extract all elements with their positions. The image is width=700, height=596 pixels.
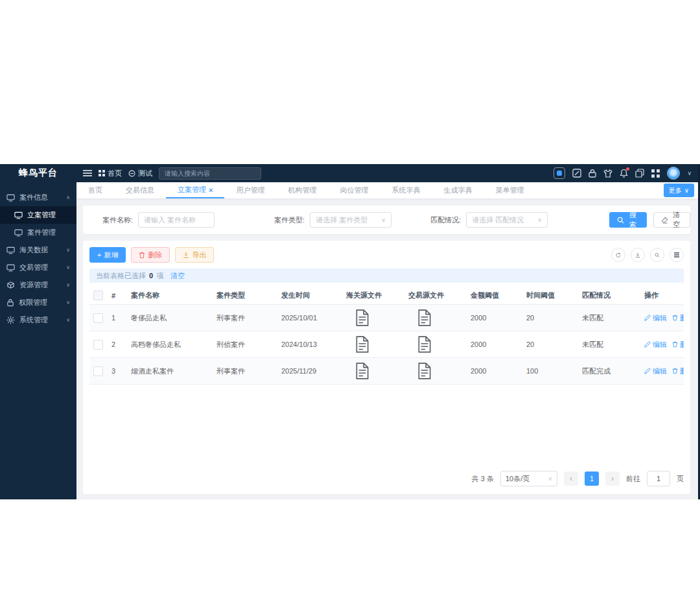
row-checkbox[interactable] [93, 340, 103, 350]
customs-file-icon[interactable] [342, 358, 404, 385]
user-avatar[interactable] [667, 167, 680, 180]
case-name-label: 案件名称: [102, 215, 133, 225]
col-case-type: 案件类型 [213, 287, 277, 305]
tab-user-management[interactable]: 用户管理 [224, 182, 276, 198]
delete-link-label: 删除 [680, 366, 684, 376]
plus-icon: + [97, 251, 101, 259]
sidebar-item-label: 资源管理 [19, 280, 62, 290]
tab-transaction-info[interactable]: 交易信息 [114, 182, 166, 198]
customs-file-icon[interactable] [342, 305, 404, 331]
col-actions: 操作 [640, 287, 684, 305]
export-button[interactable]: 导出 [175, 247, 214, 263]
cell-amount-threshold: 2000 [467, 305, 522, 331]
global-search-input[interactable] [159, 167, 261, 180]
page-number-button[interactable]: 1 [585, 471, 599, 486]
theme-shirt-icon[interactable] [603, 169, 612, 178]
tab-post-management[interactable]: 岗位管理 [328, 182, 380, 198]
clear-button[interactable]: 清空 [653, 212, 690, 228]
box-icon [6, 281, 15, 289]
chevron-down-icon: ∨ [382, 217, 386, 223]
bell-icon[interactable] [620, 169, 628, 178]
sidebar-item-label: 立案管理 [27, 210, 70, 220]
tab-home[interactable]: 首页 [76, 182, 114, 198]
add-button[interactable]: + 新增 [89, 247, 126, 263]
col-amount-threshold: 金额阈值 [467, 287, 522, 305]
lock-icon[interactable] [589, 169, 596, 178]
chevron-down-icon: ∨ [538, 217, 542, 223]
col-match-status: 匹配情况 [578, 287, 640, 305]
cell-match-status: 未匹配 [578, 331, 640, 358]
chevron-down-icon: ∨ [66, 265, 70, 270]
sidebar-item-customs-data[interactable]: 海关数据 ∨ [0, 241, 76, 259]
row-checkbox[interactable] [93, 313, 103, 323]
table-panel: + 新增 删除 导出 [83, 241, 690, 494]
grid-icon [99, 170, 105, 176]
sidebar-item-permission-management[interactable]: 权限管理 ∨ [0, 294, 76, 311]
tab-close-icon[interactable]: × [209, 186, 213, 194]
page-size-select[interactable]: 10条/页 ∨ [500, 471, 557, 486]
select-all-checkbox[interactable] [93, 291, 103, 300]
tab-system-dict[interactable]: 系统字典 [380, 182, 432, 198]
goto-page-input[interactable] [647, 471, 670, 486]
case-type-select[interactable]: 请选择 案件类型 ∨ [310, 212, 391, 228]
sidebar-item-system-management[interactable]: 系统管理 ∨ [0, 311, 76, 329]
search-button[interactable]: 搜索 [609, 212, 646, 228]
clear-button-label: 清空 [671, 210, 682, 230]
screenshot-icon[interactable] [572, 169, 581, 178]
search-toggle-icon[interactable] [650, 248, 664, 262]
match-status-select[interactable]: 请选择 匹配情况 ∨ [466, 212, 548, 228]
edit-link[interactable]: 编辑 [644, 366, 667, 376]
customs-file-icon[interactable] [342, 331, 404, 358]
delete-link[interactable]: 删除 [672, 366, 684, 376]
gear-icon [6, 316, 15, 324]
delete-link[interactable]: 删除 [672, 313, 684, 323]
lock-icon [6, 298, 14, 307]
monitor-icon [14, 211, 23, 219]
tabs-more-button[interactable]: 更多 ∨ [664, 184, 694, 197]
col-transaction-file: 交易源文件 [404, 287, 467, 305]
topmenu-test[interactable]: 测试 [128, 169, 152, 178]
tab-filing-management[interactable]: 立案管理 × [166, 182, 224, 198]
next-page-button[interactable]: › [605, 471, 620, 486]
refresh-icon[interactable] [611, 248, 625, 262]
export-table-icon[interactable] [631, 248, 645, 262]
top-bar: 蜂鸟平台 首页 测试 [0, 164, 698, 182]
selection-clear-link[interactable]: 清空 [170, 271, 185, 281]
delete-button[interactable]: 删除 [131, 247, 170, 263]
topmenu-home[interactable]: 首页 [99, 169, 122, 178]
table-row: 1 奢侈品走私 刑事案件 2025/10/01 2000 20 未匹配 [89, 305, 684, 331]
sidebar-item-case-management[interactable]: 案件管理 [0, 224, 76, 241]
sidebar-collapse-icon[interactable] [83, 169, 92, 177]
transaction-file-icon[interactable] [404, 358, 467, 385]
delete-link[interactable]: 删除 [672, 340, 684, 350]
col-case-name: 案件名称 [127, 287, 213, 305]
transaction-file-icon[interactable] [404, 331, 467, 358]
sidebar-item-label: 系统管理 [19, 315, 62, 325]
column-settings-icon[interactable] [670, 248, 684, 262]
sidebar-item-resource-management[interactable]: 资源管理 ∨ [0, 276, 76, 294]
table-header-row: # 案件名称 案件类型 发生时间 海关源文件 交易源文件 金额阈值 时间阈值 匹… [89, 287, 684, 305]
fullscreen-icon[interactable] [651, 169, 660, 178]
user-menu-chevron-icon[interactable]: ∨ [687, 170, 692, 176]
app-logo[interactable]: 蜂鸟平台 [0, 164, 76, 182]
prev-page-button[interactable]: ‹ [564, 471, 578, 486]
case-type-label: 案件类型: [274, 215, 305, 225]
tab-org-management[interactable]: 机构管理 [276, 182, 328, 198]
eraser-icon [661, 217, 668, 224]
case-name-input[interactable] [138, 212, 215, 228]
goto-suffix-label: 页 [677, 474, 684, 484]
cell-date: 2025/10/01 [277, 305, 342, 331]
sidebar-item-case-info[interactable]: 案件信息 ∧ [0, 189, 76, 206]
edit-link[interactable]: 编辑 [644, 340, 667, 350]
tab-generate-dict[interactable]: 生成字典 [432, 182, 484, 198]
chevron-down-icon: ∨ [66, 317, 70, 323]
transaction-file-icon[interactable] [404, 305, 467, 331]
sidebar-item-filing-management[interactable]: 立案管理 [0, 206, 76, 224]
layout-toggle-icon[interactable] [554, 167, 565, 179]
tab-menu-management[interactable]: 菜单管理 [484, 182, 535, 198]
sidebar-item-transaction-management[interactable]: 交易管理 ∨ [0, 259, 76, 276]
edit-link[interactable]: 编辑 [644, 313, 667, 323]
copy-icon[interactable] [635, 169, 644, 178]
cell-case-type: 刑侦案件 [213, 331, 277, 358]
row-checkbox[interactable] [93, 366, 103, 376]
